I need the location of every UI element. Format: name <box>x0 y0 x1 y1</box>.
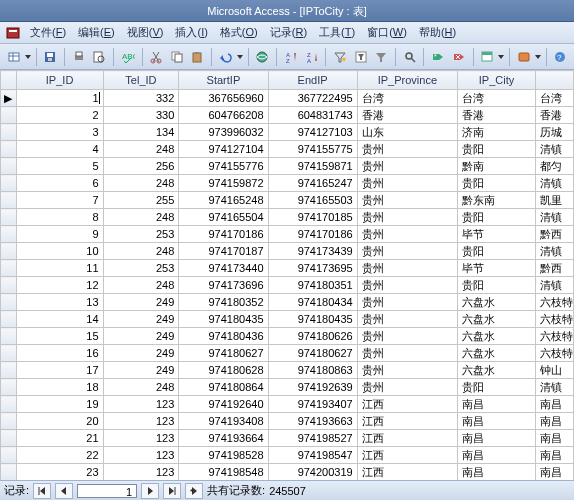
cell[interactable]: 贵州 <box>357 294 457 311</box>
cell[interactable]: 山东 <box>357 124 457 141</box>
row-selector[interactable] <box>1 311 17 328</box>
cell[interactable]: 黔南 <box>458 158 536 175</box>
cell[interactable]: 江西 <box>357 447 457 464</box>
cell[interactable]: 六枝特 <box>536 294 574 311</box>
save-button[interactable] <box>41 46 61 68</box>
cell[interactable]: 13 <box>16 294 103 311</box>
cell[interactable]: 974180863 <box>268 362 357 379</box>
cell[interactable]: 六盘水 <box>458 362 536 379</box>
cell[interactable]: 248 <box>103 243 179 260</box>
cell[interactable]: 974170186 <box>179 226 268 243</box>
row-selector[interactable] <box>1 362 17 379</box>
cell[interactable]: 249 <box>103 311 179 328</box>
cell[interactable]: 六盘水 <box>458 345 536 362</box>
cell[interactable]: 974180627 <box>268 345 357 362</box>
row-selector[interactable] <box>1 243 17 260</box>
cell[interactable]: 974165248 <box>179 192 268 209</box>
undo-button[interactable] <box>216 46 236 68</box>
cell[interactable]: 贵州 <box>357 277 457 294</box>
cell[interactable]: 974180628 <box>179 362 268 379</box>
cell[interactable]: 248 <box>103 175 179 192</box>
cell[interactable]: 9 <box>16 226 103 243</box>
row-selector[interactable] <box>1 260 17 277</box>
column-header[interactable]: IP_City <box>458 71 536 90</box>
nav-next-button[interactable] <box>141 483 159 499</box>
cell[interactable]: 22 <box>16 447 103 464</box>
cell[interactable]: 604766208 <box>179 107 268 124</box>
menu-r[interactable]: 记录(R) <box>264 23 313 42</box>
cell[interactable]: 253 <box>103 226 179 243</box>
cell[interactable]: 贵州 <box>357 141 457 158</box>
cell[interactable]: 23 <box>16 464 103 481</box>
cell[interactable]: 3 <box>16 124 103 141</box>
help-button[interactable]: ? <box>550 46 570 68</box>
cell[interactable]: 248 <box>103 141 179 158</box>
cell[interactable]: 香港 <box>458 107 536 124</box>
cell[interactable]: 974165503 <box>268 192 357 209</box>
row-selector[interactable] <box>1 464 17 481</box>
cell[interactable]: 16 <box>16 345 103 362</box>
cell[interactable]: 10 <box>16 243 103 260</box>
cell[interactable]: 2 <box>16 107 103 124</box>
cell[interactable]: 974170185 <box>268 209 357 226</box>
cell[interactable]: 974127103 <box>268 124 357 141</box>
row-selector[interactable] <box>1 328 17 345</box>
row-selector[interactable] <box>1 107 17 124</box>
cell[interactable]: 贵州 <box>357 328 457 345</box>
cell[interactable]: 123 <box>103 447 179 464</box>
cell[interactable]: 都匀 <box>536 158 574 175</box>
cell[interactable]: 6 <box>16 175 103 192</box>
filter-toggle-button[interactable] <box>371 46 391 68</box>
copy-button[interactable] <box>167 46 187 68</box>
cell[interactable]: 367722495 <box>268 90 357 107</box>
cell[interactable]: 贵州 <box>357 345 457 362</box>
cell[interactable]: 14 <box>16 311 103 328</box>
cell[interactable]: 974165504 <box>179 209 268 226</box>
sort-asc-button[interactable]: AZ <box>281 46 301 68</box>
filter-form-button[interactable] <box>351 46 371 68</box>
dropdown-icon[interactable] <box>534 55 541 59</box>
view-button[interactable] <box>4 46 24 68</box>
cell[interactable]: 贵州 <box>357 362 457 379</box>
nav-new-button[interactable]: * <box>185 483 203 499</box>
menu-i[interactable]: 插入(I) <box>169 23 213 42</box>
cell[interactable]: 台湾 <box>458 90 536 107</box>
cell[interactable]: 贵州 <box>357 158 457 175</box>
row-selector[interactable] <box>1 413 17 430</box>
cell[interactable]: 香港 <box>536 107 574 124</box>
cell[interactable]: 974170186 <box>268 226 357 243</box>
cell[interactable]: 249 <box>103 362 179 379</box>
row-selector[interactable] <box>1 345 17 362</box>
cell[interactable]: 974180436 <box>179 328 268 345</box>
cell[interactable]: 256 <box>103 158 179 175</box>
new-record-button[interactable]: * <box>428 46 448 68</box>
cell[interactable]: 249 <box>103 294 179 311</box>
cell[interactable]: 974159871 <box>268 158 357 175</box>
print-preview-button[interactable] <box>90 46 110 68</box>
cell[interactable]: 济南 <box>458 124 536 141</box>
cell[interactable]: 974192640 <box>179 396 268 413</box>
cell[interactable]: 南昌 <box>458 464 536 481</box>
dropdown-icon[interactable] <box>25 55 32 59</box>
data-grid[interactable]: IP_IDTel_IDStartIPEndIPIP_ProvinceIP_Cit… <box>0 70 574 480</box>
cell[interactable]: 974198528 <box>179 447 268 464</box>
nav-last-button[interactable] <box>163 483 181 499</box>
cell[interactable]: 南昌 <box>458 447 536 464</box>
nav-prev-button[interactable] <box>55 483 73 499</box>
cell[interactable]: 南昌 <box>536 413 574 430</box>
cell[interactable]: 974180351 <box>268 277 357 294</box>
find-button[interactable] <box>400 46 420 68</box>
cell[interactable]: 330 <box>103 107 179 124</box>
menu-f[interactable]: 文件(F) <box>24 23 72 42</box>
cell[interactable]: 清镇 <box>536 379 574 396</box>
office-button[interactable] <box>514 46 534 68</box>
cell[interactable]: 332 <box>103 90 179 107</box>
row-selector[interactable] <box>1 192 17 209</box>
cell[interactable]: 248 <box>103 209 179 226</box>
row-selector[interactable] <box>1 277 17 294</box>
cell[interactable]: 贵阳 <box>458 379 536 396</box>
cell[interactable]: 南昌 <box>536 447 574 464</box>
cell[interactable]: 15 <box>16 328 103 345</box>
cell[interactable]: 974193663 <box>268 413 357 430</box>
cell[interactable]: 123 <box>103 464 179 481</box>
